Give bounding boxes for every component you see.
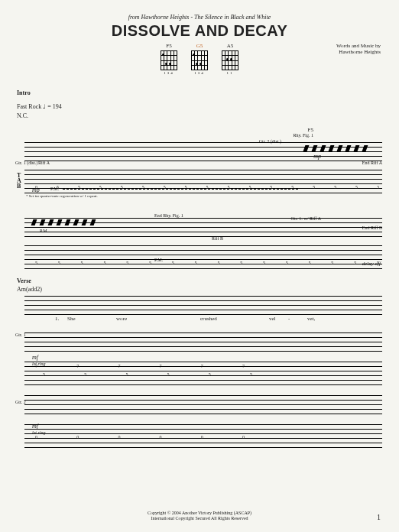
tab-staff: TAB 0 5 5 5 5 5 5 5 5 5 5 5 5 5 5 5 3 bbox=[24, 170, 382, 193]
tab-numbers: 0 0 0 0 0 0 bbox=[35, 435, 245, 440]
verse-label: Verse bbox=[17, 277, 382, 284]
tab-staff: 5 5 5 5 5 5 5 5 5 5 5 5 5 5 5 5 bbox=[24, 245, 382, 268]
riff-a-label: Riff A bbox=[38, 161, 50, 165]
chord-f5: F5 134 bbox=[161, 43, 177, 75]
credits-line1: Words and Music by bbox=[336, 43, 381, 49]
chord-grid bbox=[191, 50, 208, 70]
lyric-row: 1. She wore crushed vel - vet, bbox=[24, 316, 382, 323]
system-1: F5 Rhy. Fig. 1 Gtr. 2 (dist.) mp Gtr. 1 … bbox=[17, 142, 382, 198]
no-chord: N.C. bbox=[17, 112, 382, 119]
end-riff-a: End Riff A bbox=[362, 161, 382, 165]
system-verse: 1. She wore crushed vel - vet, Gtr. 1 mf… bbox=[17, 296, 382, 447]
page-number: 1 bbox=[377, 513, 381, 521]
chord-grid bbox=[161, 50, 177, 70]
copyright-line2: International Copyright Secured All Righ… bbox=[0, 516, 399, 521]
chord-a5: A5 11 bbox=[222, 43, 238, 75]
chord-name: A5 bbox=[222, 43, 238, 49]
chord-name: G5 bbox=[191, 43, 208, 49]
riff-b-label: Riff B bbox=[212, 236, 223, 241]
chord-grid bbox=[222, 50, 238, 70]
system-2: End Rhy. Fig. 1 P.M. Gtr. 1: w/ Riff A E… bbox=[17, 218, 382, 268]
gtr1-label: Gtr. 1 (dist.) bbox=[15, 161, 37, 165]
tab-numbers: 7 7 7 7 7 7 bbox=[35, 364, 245, 368]
verse-chord: Am(add2) bbox=[17, 286, 382, 293]
lyric: She bbox=[67, 316, 76, 322]
lyric: - bbox=[288, 316, 290, 322]
footnote: * Set for quarter-note regeneration w/ 1… bbox=[26, 194, 382, 198]
gtr2-tab: 0 0 0 0 0 0 bbox=[24, 424, 382, 447]
tab-numbers-b: 5 5 5 5 5 5 bbox=[43, 372, 252, 377]
source-prefix: from Hawthorne Heights - bbox=[128, 14, 194, 21]
tab-numbers: 5 5 5 5 5 5 5 5 5 5 5 5 5 5 5 5 bbox=[35, 261, 379, 265]
tab-numbers: 0 5 5 5 5 5 5 5 5 5 5 5 5 5 5 5 3 bbox=[35, 185, 379, 190]
chord-g5: G5 134 bbox=[191, 43, 208, 75]
copyright: Copyright © 2004 Another Victory Publish… bbox=[0, 511, 399, 521]
chord-name: F5 bbox=[161, 43, 177, 49]
tab-label: TAB bbox=[17, 173, 21, 190]
chord-diagrams: F5 134 G5 134 A5 bbox=[17, 43, 382, 75]
lyric: vel bbox=[269, 316, 276, 322]
intro-label: Intro bbox=[17, 89, 31, 96]
vocal-staff bbox=[24, 296, 382, 314]
credits-line2: Hawthorne Heights bbox=[336, 49, 381, 55]
staff bbox=[24, 218, 382, 236]
lyric: crushed bbox=[200, 316, 217, 322]
chord-pos: 134 bbox=[191, 71, 208, 75]
gtr1-staff bbox=[24, 332, 382, 351]
copyright-line1: Copyright © 2004 Another Victory Publish… bbox=[0, 511, 399, 516]
lyric: wore bbox=[116, 316, 127, 322]
intro-block: Intro Fast Rock ♩ = 194 N.C. bbox=[17, 84, 382, 119]
rhy-fig-label: Rhy. Fig. 1 bbox=[293, 133, 313, 138]
song-title: DISSOLVE AND DECAY bbox=[17, 22, 382, 40]
chord-pos: 134 bbox=[161, 71, 177, 75]
credits: Words and Music by Hawthorne Heights bbox=[336, 43, 381, 56]
album-title: The Silence in Black and White bbox=[194, 14, 271, 21]
lyric-num: 1. bbox=[55, 316, 59, 322]
gtr2-staff bbox=[24, 395, 382, 414]
gtr1-tab: 7 7 7 7 7 7 5 5 5 5 5 5 bbox=[24, 362, 382, 384]
lyric: vet, bbox=[307, 316, 315, 322]
source-line: from Hawthorne Heights - The Silence in … bbox=[17, 14, 382, 21]
chord-pos: 11 bbox=[222, 71, 238, 75]
chord-f5-mark: F5 bbox=[308, 127, 313, 133]
dynamic-mf: mf bbox=[32, 354, 38, 361]
tempo: Fast Rock ♩ = 194 bbox=[17, 103, 62, 110]
staff bbox=[24, 142, 382, 161]
